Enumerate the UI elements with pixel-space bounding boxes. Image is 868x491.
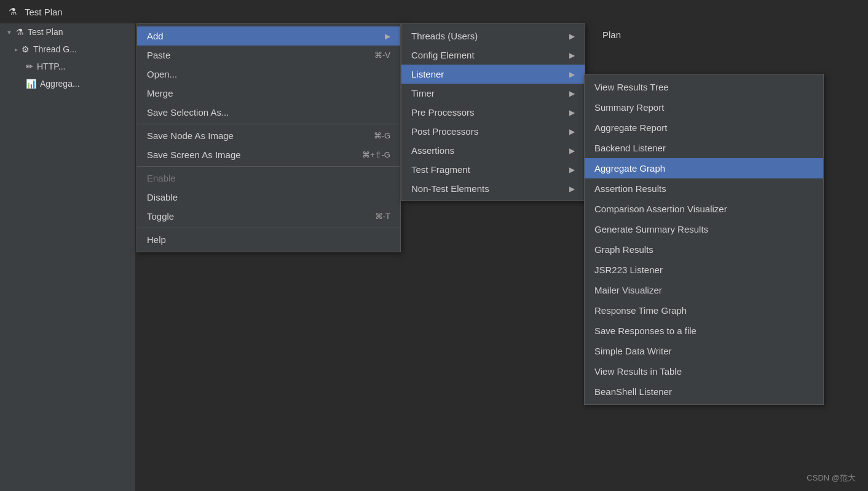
toggle-label: Toggle	[147, 211, 174, 222]
disable-label: Disable	[147, 192, 178, 202]
app-title: Test Plan	[25, 7, 63, 17]
arrow-icon: ▶	[385, 32, 390, 41]
expand-icon: ▸	[15, 46, 18, 53]
config-arrow: ▶	[569, 51, 575, 60]
menu-item-mailer-visualizer[interactable]: Mailer Visualizer	[585, 280, 823, 300]
summary-report-label: Summary Report	[594, 102, 664, 113]
graph-results-label: Graph Results	[594, 244, 653, 255]
simple-data-writer-label: Simple Data Writer	[594, 346, 672, 356]
menu-item-save-node-image[interactable]: Save Node As Image ⌘-G	[137, 126, 400, 145]
listener-label: Listener	[411, 69, 444, 79]
title-bar: ⚗ Test Plan	[0, 0, 868, 23]
sidebar-item-test-plan[interactable]: ▼ ⚗ Test Plan	[0, 23, 135, 41]
menu-item-pre-processors[interactable]: Pre Processors ▶	[401, 103, 585, 122]
menu-item-config-element[interactable]: Config Element ▶	[401, 46, 585, 65]
aggregate-graph-label: Aggregate Graph	[594, 163, 665, 174]
menu-item-test-fragment[interactable]: Test Fragment ▶	[401, 160, 585, 179]
test-fragment-label: Test Fragment	[411, 164, 470, 175]
menu-item-graph-results[interactable]: Graph Results	[585, 239, 823, 260]
threads-arrow: ▶	[569, 32, 575, 41]
menu-item-threads-users[interactable]: Threads (Users) ▶	[401, 26, 585, 46]
menu-item-response-time-graph[interactable]: Response Time Graph	[585, 300, 823, 321]
menu-item-view-results-in-table[interactable]: View Results in Table	[585, 361, 823, 381]
menu-item-post-processors[interactable]: Post Processors ▶	[401, 122, 585, 141]
menu-item-assertions[interactable]: Assertions ▶	[401, 141, 585, 160]
pre-processors-arrow: ▶	[569, 108, 575, 117]
menu-item-view-results-tree[interactable]: View Results Tree	[585, 77, 823, 97]
menu-item-save-selection[interactable]: Save Selection As...	[137, 103, 400, 122]
menu-item-simple-data-writer[interactable]: Simple Data Writer	[585, 341, 823, 361]
menu-item-add[interactable]: Add ▶	[137, 26, 400, 46]
menu-item-enable: Enable	[137, 169, 400, 188]
comparison-assertion-visualizer-label: Comparison Assertion Visualizer	[594, 204, 727, 214]
menu-item-aggregate-graph[interactable]: Aggregate Graph	[585, 158, 823, 178]
menu-item-save-responses-to-file[interactable]: Save Responses to a file	[585, 321, 823, 341]
menu-item-listener[interactable]: Listener ▶	[401, 65, 585, 84]
beanshell-listener-label: BeanShell Listener	[594, 386, 672, 397]
response-time-graph-label: Response Time Graph	[594, 305, 687, 316]
menu-item-beanshell-listener[interactable]: BeanShell Listener	[585, 381, 823, 402]
thread-group-icon: ⚙	[22, 44, 30, 54]
sidebar: ▼ ⚗ Test Plan ▸ ⚙ Thread G... ✏ HTTP... …	[0, 23, 135, 491]
save-selection-label: Save Selection As...	[147, 107, 229, 118]
post-processors-arrow: ▶	[569, 127, 575, 136]
menu-item-jsr223-listener[interactable]: JSR223 Listener	[585, 260, 823, 280]
save-responses-to-file-label: Save Responses to a file	[594, 325, 696, 336]
context-menu-l2: Threads (Users) ▶ Config Element ▶ Liste…	[401, 23, 585, 201]
sidebar-item-thread-group[interactable]: ▸ ⚙ Thread G...	[0, 41, 135, 58]
menu-item-merge[interactable]: Merge	[137, 84, 400, 103]
aggregate-icon: 📊	[26, 79, 36, 89]
menu-item-assertion-results[interactable]: Assertion Results	[585, 178, 823, 199]
app-icon: ⚗	[5, 4, 20, 19]
sidebar-item-aggregate[interactable]: 📊 Aggrega...	[0, 75, 135, 92]
context-menu-l1: Add ▶ Paste ⌘-V Open... Merge Save Selec…	[136, 23, 401, 252]
non-test-elements-label: Non-Test Elements	[411, 183, 489, 194]
merge-label: Merge	[147, 88, 173, 98]
menu-item-toggle[interactable]: Toggle ⌘-T	[137, 207, 400, 226]
collapse-icon: ▼	[6, 29, 12, 36]
menu-item-non-test-elements[interactable]: Non-Test Elements ▶	[401, 179, 585, 198]
view-results-in-table-label: View Results in Table	[594, 366, 682, 377]
backend-listener-label: Backend Listener	[594, 143, 666, 153]
menu-item-summary-report[interactable]: Summary Report	[585, 97, 823, 118]
add-label: Add	[147, 31, 164, 41]
enable-label: Enable	[147, 173, 176, 183]
mailer-visualizer-label: Mailer Visualizer	[594, 285, 662, 295]
timer-arrow: ▶	[569, 89, 575, 98]
thread-group-label: Thread G...	[33, 44, 77, 54]
save-node-label: Save Node As Image	[147, 130, 234, 141]
save-screen-label: Save Screen As Image	[147, 150, 241, 160]
separator-2	[137, 166, 400, 167]
config-element-label: Config Element	[411, 50, 475, 60]
menu-item-paste[interactable]: Paste ⌘-V	[137, 46, 400, 65]
aggregate-label: Aggrega...	[40, 79, 80, 89]
non-test-elements-arrow: ▶	[569, 185, 575, 193]
threads-users-label: Threads (Users)	[411, 31, 478, 41]
aggregate-report-label: Aggregate Report	[594, 122, 667, 133]
test-plan-icon: ⚗	[16, 27, 24, 37]
plan-label: Plan	[602, 30, 621, 40]
menu-item-disable[interactable]: Disable	[137, 188, 400, 207]
help-label: Help	[147, 234, 166, 245]
menu-item-generate-summary-results[interactable]: Generate Summary Results	[585, 219, 823, 239]
toggle-shortcut: ⌘-T	[375, 212, 390, 221]
menu-item-save-screen-image[interactable]: Save Screen As Image ⌘+⇧-G	[137, 145, 400, 164]
menu-item-help[interactable]: Help	[137, 230, 400, 249]
http-label: HTTP...	[37, 62, 65, 71]
open-label: Open...	[147, 69, 177, 79]
menu-item-timer[interactable]: Timer ▶	[401, 84, 585, 103]
sidebar-item-http[interactable]: ✏ HTTP...	[0, 58, 135, 75]
post-processors-label: Post Processors	[411, 126, 478, 137]
save-node-shortcut: ⌘-G	[374, 131, 390, 140]
test-plan-label: Test Plan	[28, 27, 63, 37]
assertion-results-label: Assertion Results	[594, 183, 666, 194]
separator-1	[137, 124, 400, 124]
menu-item-backend-listener[interactable]: Backend Listener	[585, 138, 823, 158]
menu-item-comparison-assertion-visualizer[interactable]: Comparison Assertion Visualizer	[585, 199, 823, 219]
save-screen-shortcut: ⌘+⇧-G	[362, 150, 390, 159]
menu-item-aggregate-report[interactable]: Aggregate Report	[585, 118, 823, 138]
view-results-tree-label: View Results Tree	[594, 82, 669, 92]
paste-shortcut: ⌘-V	[374, 50, 390, 60]
timer-label: Timer	[411, 88, 435, 98]
menu-item-open[interactable]: Open...	[137, 65, 400, 84]
